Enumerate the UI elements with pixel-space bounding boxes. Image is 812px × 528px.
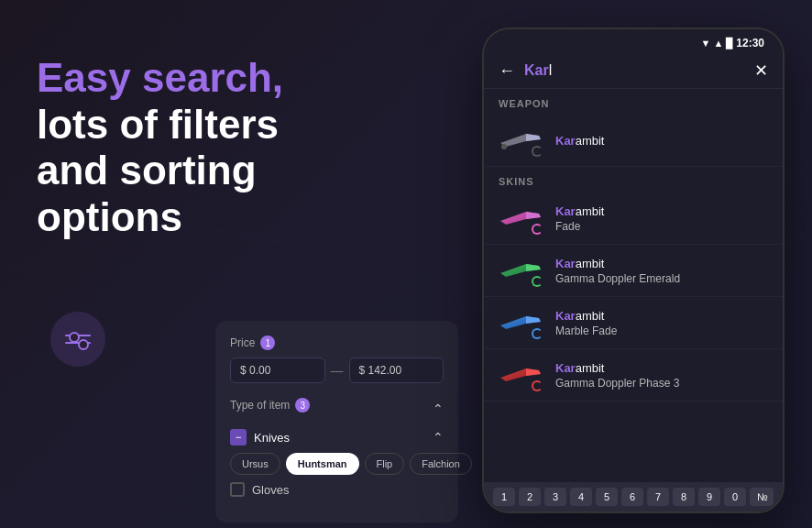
phase3-item-name: Karambit [555, 361, 768, 375]
weapon-item-info: Karambit [555, 134, 768, 148]
skin-item-phase3[interactable]: Karambit Gamma Doppler Phase 3 [484, 349, 783, 402]
marble-name-highlight: Kar [555, 309, 576, 323]
chip-ursus[interactable]: Ursus [230, 453, 280, 475]
search-highlight: Kar [524, 62, 549, 78]
gloves-row: Gloves [230, 482, 444, 497]
type-header: Type of item 3 ⌃ [230, 398, 444, 420]
headline: Easy search, lots of filters and sorting… [37, 55, 385, 240]
price-label: Price [230, 336, 255, 349]
key-8[interactable]: 8 [673, 488, 695, 506]
weapon-item-name: Karambit [555, 134, 768, 148]
emerald-subtitle: Gamma Doppler Emerald [555, 272, 768, 285]
wifi-icon: ▼ [701, 38, 711, 49]
search-input-display[interactable]: Karl [524, 62, 745, 79]
chip-flip[interactable]: Flip [365, 453, 405, 475]
chips-row: Ursus Huntsman Flip Falchion [230, 453, 444, 475]
type-chevron-icon[interactable]: ⌃ [433, 402, 444, 416]
chip-falchion[interactable]: Falchion [410, 453, 472, 475]
skin-item-fade[interactable]: Karambit Fade [484, 192, 783, 245]
status-time: 12:30 [736, 37, 764, 50]
keyboard-bar: 1 2 3 4 5 6 7 8 9 0 № [484, 482, 783, 512]
search-remainder: l [549, 62, 553, 78]
emerald-item-info: Karambit Gamma Doppler Emerald [555, 257, 768, 285]
filter-panel: Price 1 $ 0.00 — $ 142.00 Type of item 3… [215, 321, 458, 522]
price-from-input[interactable]: $ 0.00 [230, 358, 325, 383]
emerald-image [499, 254, 543, 287]
key-5[interactable]: 5 [596, 488, 618, 506]
knives-label: Knives [254, 431, 290, 445]
fade-item-name: Karambit [555, 204, 768, 218]
price-label-row: Price 1 [230, 336, 444, 350]
key-9[interactable]: 9 [698, 488, 720, 506]
marble-item-name: Karambit [555, 309, 768, 323]
minus-icon[interactable]: − [230, 429, 247, 446]
knives-chevron-icon[interactable]: ⌃ [433, 430, 444, 445]
phase3-subtitle: Gamma Doppler Phase 3 [555, 377, 768, 390]
knives-left: − Knives [230, 429, 290, 446]
key-2[interactable]: 2 [519, 488, 541, 506]
price-to-input[interactable]: $ 142.00 [349, 358, 444, 383]
phase3-name-highlight: Kar [555, 361, 576, 375]
weapon-name-rest: ambit [576, 134, 605, 148]
filter-icon-container[interactable] [50, 312, 105, 367]
filter-line-2 [65, 342, 91, 344]
type-label-row: Type of item 3 [230, 398, 310, 412]
key-7[interactable]: 7 [647, 488, 669, 506]
price-badge: 1 [260, 336, 275, 350]
marble-subtitle: Marble Fade [555, 324, 768, 337]
key-num[interactable]: № [750, 488, 774, 506]
key-0[interactable]: 0 [724, 488, 746, 506]
weapon-name-highlight: Kar [555, 134, 576, 148]
battery-icon: ▉ [726, 38, 733, 50]
headline-line3: and sorting [37, 148, 257, 192]
key-4[interactable]: 4 [570, 488, 592, 506]
skin-item-emerald[interactable]: Karambit Gamma Doppler Emerald [484, 245, 783, 297]
phase3-item-info: Karambit Gamma Doppler Phase 3 [555, 361, 768, 390]
marble-item-info: Karambit Marble Fade [555, 309, 768, 337]
signal-icon: ▲ [713, 38, 723, 49]
close-icon[interactable]: ✕ [754, 60, 768, 81]
key-1[interactable]: 1 [493, 488, 515, 506]
weapon-section-header: WEAPON [484, 89, 783, 115]
fade-name-rest: ambit [576, 204, 605, 218]
fade-name-highlight: Kar [555, 204, 576, 218]
marble-name-rest: ambit [576, 309, 605, 323]
type-badge: 3 [295, 398, 310, 412]
emerald-name-highlight: Kar [555, 257, 576, 270]
filter-line-1 [65, 335, 91, 336]
emerald-name-rest: ambit [576, 257, 605, 270]
svg-point-0 [501, 144, 507, 149]
fade-image [499, 202, 543, 235]
weapon-item-image [499, 124, 543, 157]
knives-row: − Knives ⌃ [230, 429, 444, 446]
back-arrow-icon[interactable]: ← [499, 61, 515, 81]
left-section: Easy search, lots of filters and sorting… [37, 55, 385, 240]
search-bar: ← Karl ✕ [484, 53, 783, 89]
key-6[interactable]: 6 [621, 488, 643, 506]
marble-image [499, 306, 543, 339]
skins-section-header: SKINS [484, 167, 783, 192]
headline-highlight: Easy search, [37, 55, 283, 100]
emerald-item-name: Karambit [555, 257, 768, 270]
gloves-label: Gloves [252, 483, 289, 497]
headline-line2: lots of filters [37, 102, 279, 147]
status-bar: ▼ ▲ ▉ 12:30 [484, 29, 783, 53]
price-section: Price 1 $ 0.00 — $ 142.00 [230, 336, 444, 383]
results-container: WEAPON Karambit SKINS [484, 89, 783, 484]
price-inputs: $ 0.00 — $ 142.00 [230, 358, 444, 383]
headline-line4: options [37, 194, 182, 239]
gloves-checkbox[interactable] [230, 482, 245, 497]
type-label: Type of item [230, 399, 290, 412]
fade-subtitle: Fade [555, 220, 768, 233]
phase3-image [499, 358, 543, 391]
filter-icon [65, 335, 91, 344]
key-3[interactable]: 3 [544, 488, 566, 506]
price-dash: — [331, 363, 344, 378]
chip-huntsman[interactable]: Huntsman [286, 453, 359, 475]
weapon-result-item[interactable]: Karambit [484, 115, 783, 167]
phase3-name-rest: ambit [576, 361, 605, 375]
phone-mockup: ▼ ▲ ▉ 12:30 ← Karl ✕ WEAPON [482, 28, 785, 513]
type-section: Type of item 3 ⌃ − Knives ⌃ Ursus Huntsm… [230, 398, 444, 497]
fade-item-info: Karambit Fade [555, 204, 768, 233]
skin-item-marble[interactable]: Karambit Marble Fade [484, 297, 783, 349]
